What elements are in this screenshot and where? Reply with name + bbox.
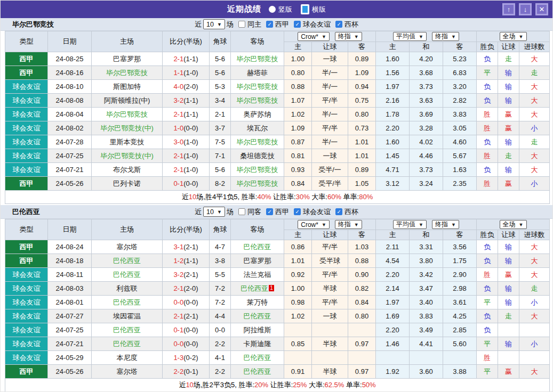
result-marker: 负 — [477, 240, 498, 254]
same-venue-checkbox[interactable] — [238, 208, 245, 215]
col-avg-away: 客 — [443, 42, 477, 52]
avg-odds-draw: 3.73 — [410, 80, 443, 94]
col-corner: 角球 — [210, 219, 231, 240]
corner-count: 7-2 — [210, 282, 231, 296]
league-checkbox-laliga[interactable] — [266, 208, 273, 215]
handicap-odds-home: 1.00 — [284, 52, 312, 66]
match-date: 24-05-26 — [48, 177, 92, 191]
goals-result-marker: 小 — [519, 337, 550, 351]
match-date: 24-07-21 — [48, 337, 92, 351]
radio-circle-selected-icon — [301, 4, 309, 14]
avg-odds-away: 2.85 — [443, 323, 477, 337]
league-checkbox-friendly[interactable] — [294, 208, 301, 215]
radio-circle-icon — [269, 6, 276, 13]
result-marker: 平 — [477, 337, 498, 351]
corner-count: 2-2 — [210, 337, 231, 351]
match-score: 3-2(1-1) — [163, 94, 210, 108]
away-team: 毕尔巴鄂竞技 — [231, 177, 284, 191]
summary-stat-value: 80% — [359, 193, 373, 201]
avg-odds-draw: 4.02 — [410, 135, 443, 149]
col-corner: 角球 — [210, 31, 231, 52]
radio-horizontal-layout[interactable]: 横版 — [301, 4, 326, 14]
match-type-badge: 球会友谊 — [5, 296, 48, 309]
average-final-select[interactable]: 终指▼ — [432, 32, 459, 41]
radio-vertical-layout[interactable]: 竖版 — [269, 5, 292, 14]
away-team: 卡斯迪隆 — [231, 337, 284, 351]
section-bar-team2: 巴伦西亚 近 10▼ 场 同客 西甲 球会友谊 西杯 — [1, 205, 552, 219]
handicap-odds-away — [348, 351, 376, 365]
avg-odds-home: 2.20 — [376, 323, 410, 337]
match-type-badge: 球会友谊 — [5, 135, 48, 149]
avg-odds-home: 2.16 — [376, 94, 410, 108]
handicap-odds-away: 0.97 — [348, 337, 376, 351]
avg-odds-away: 1.63 — [443, 163, 477, 177]
match-row: 西甲24-05-26巴列卡诺0-1(0-0)8-2毕尔巴鄂竞技0.84受平/半1… — [5, 177, 550, 191]
league-checkbox-copa[interactable] — [335, 208, 342, 215]
close-button[interactable]: ✕ — [535, 3, 548, 15]
avg-odds-draw: 3.60 — [410, 365, 443, 379]
team1-results-table: 类型 日期 主场 比分(半场) 角球 客场 Crow*▼ 终指▼ 平均值▼ 终指… — [5, 31, 550, 204]
result-marker: 胜 — [477, 108, 498, 121]
away-team: 毕尔巴鄂竞技 — [231, 80, 284, 94]
scope-select[interactable]: 全场▼ — [500, 32, 527, 41]
odds-final-select[interactable]: 终指▼ — [335, 32, 362, 41]
avg-odds-draw — [410, 351, 443, 365]
handicap-odds-home — [284, 323, 312, 337]
match-date: 24-08-24 — [48, 240, 92, 254]
handicap-odds-away: 0.75 — [348, 94, 376, 108]
match-count-select[interactable]: 10▼ — [203, 19, 225, 29]
col-goals: 进球数 — [519, 42, 550, 52]
corner-count: 7-1 — [210, 149, 231, 163]
odds-company-select[interactable]: Crow*▼ — [298, 32, 330, 41]
match-count-select[interactable]: 10▼ — [203, 207, 225, 217]
handicap-odds-home: 0.98 — [284, 296, 312, 309]
handicap-odds-away — [348, 323, 376, 337]
handicap-line: 平/半 — [312, 240, 348, 254]
corner-count: 0-0 — [210, 323, 231, 337]
match-row: 球会友谊24-07-25巴伦西亚0-1(0-0)0-0阿拉维斯2.203.492… — [5, 323, 550, 337]
team2-summary: 近10场,胜2平3负5, 胜率:20% 让胜率:25% 大率:62.5% 单率:… — [5, 379, 550, 392]
handicap-result-marker: 输 — [498, 66, 519, 80]
average-final-select[interactable]: 终指▼ — [432, 220, 459, 229]
result-marker: 负 — [477, 52, 498, 66]
panel-titlebar: 近期战绩 竖版 横版 ↑ ↓ ✕ — [1, 1, 552, 18]
match-row: 球会友谊24-07-28里斯本竞技3-0(1-0)7-5毕尔巴鄂竞技0.87半/… — [5, 135, 550, 149]
handicap-odds-home: 0.88 — [284, 80, 312, 94]
handicap-odds-away: 0.80 — [348, 309, 376, 323]
summary-stat-value: 20% — [254, 381, 268, 389]
league-checkbox-friendly[interactable] — [294, 21, 301, 28]
col-away: 客场 — [231, 219, 284, 240]
chevron-down-icon: ▼ — [217, 209, 222, 215]
avg-odds-home: 1.78 — [376, 108, 410, 121]
handicap-odds-away: 0.82 — [348, 282, 376, 296]
league-checkbox-copa[interactable] — [335, 21, 342, 28]
handicap-odds-away: 0.88 — [348, 254, 376, 268]
avg-odds-home: 2.20 — [376, 268, 410, 282]
avg-odds-home: 2.14 — [376, 282, 410, 296]
average-select[interactable]: 平均值▼ — [393, 32, 427, 41]
corner-count: 5-5 — [210, 268, 231, 282]
goals-result-marker: 大 — [519, 309, 550, 323]
odds-final-select[interactable]: 终指▼ — [335, 220, 362, 229]
same-venue-checkbox[interactable] — [238, 21, 245, 28]
match-type-badge: 西甲 — [5, 240, 48, 254]
summary-stat-value: 60% — [327, 193, 341, 201]
handicap-odds-away: 0.73 — [348, 121, 376, 135]
handicap-odds-home — [284, 351, 312, 365]
match-date: 24-08-08 — [48, 94, 92, 108]
handicap-line: 半球 — [312, 282, 348, 296]
red-card-badge: 1 — [269, 285, 274, 291]
scope-select[interactable]: 全场▼ — [500, 220, 527, 229]
window-buttons: ↑ ↓ ✕ — [502, 3, 548, 15]
move-down-button[interactable]: ↓ — [519, 3, 532, 15]
handicap-group-header: Crow*▼ 终指▼ — [284, 219, 376, 230]
goals-result-marker: 走 — [519, 66, 550, 80]
match-score: 2-1(1-0) — [163, 149, 210, 163]
odds-company-select[interactable]: Crow*▼ — [298, 220, 330, 229]
league-checkbox-laliga[interactable] — [266, 21, 273, 28]
average-select[interactable]: 平均值▼ — [393, 220, 427, 229]
move-up-button[interactable]: ↑ — [502, 3, 515, 15]
match-date: 24-07-25 — [48, 323, 92, 337]
chevron-down-icon: ▼ — [322, 34, 326, 39]
team2-name: 巴伦西亚 — [12, 207, 40, 217]
